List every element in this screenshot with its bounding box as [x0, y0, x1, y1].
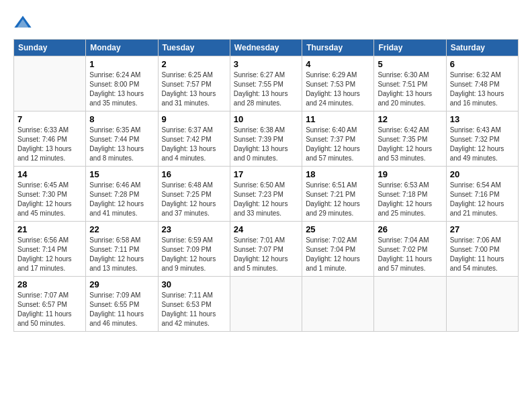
day-number: 29 — [89, 279, 154, 289]
calendar-cell: 30Sunrise: 7:11 AM Sunset: 6:53 PM Dayli… — [158, 277, 230, 332]
day-info: Sunrise: 6:29 AM Sunset: 7:53 PM Dayligh… — [306, 71, 370, 108]
day-number: 25 — [306, 224, 370, 234]
calendar-cell — [14, 56, 86, 111]
calendar-cell: 24Sunrise: 7:01 AM Sunset: 7:07 PM Dayli… — [230, 222, 302, 277]
day-number: 19 — [378, 169, 442, 179]
calendar-cell: 26Sunrise: 7:04 AM Sunset: 7:02 PM Dayli… — [374, 222, 446, 277]
day-number: 5 — [378, 59, 442, 69]
day-info: Sunrise: 6:33 AM Sunset: 7:46 PM Dayligh… — [17, 126, 82, 163]
day-info: Sunrise: 7:11 AM Sunset: 6:53 PM Dayligh… — [162, 291, 226, 328]
calendar-cell: 3Sunrise: 6:27 AM Sunset: 7:55 PM Daylig… — [230, 56, 302, 111]
calendar-week-row: 14Sunrise: 6:45 AM Sunset: 7:30 PM Dayli… — [14, 167, 519, 222]
day-info: Sunrise: 6:50 AM Sunset: 7:23 PM Dayligh… — [234, 181, 298, 218]
calendar-cell: 9Sunrise: 6:37 AM Sunset: 7:42 PM Daylig… — [158, 111, 230, 167]
logo — [13, 13, 34, 32]
day-number: 14 — [17, 169, 82, 179]
weekday-header: Sunday — [14, 40, 86, 56]
calendar-cell: 8Sunrise: 6:35 AM Sunset: 7:44 PM Daylig… — [86, 111, 158, 167]
day-number: 3 — [234, 59, 298, 69]
calendar-cell: 15Sunrise: 6:46 AM Sunset: 7:28 PM Dayli… — [86, 167, 158, 222]
day-number: 15 — [89, 169, 154, 179]
calendar-week-row: 28Sunrise: 7:07 AM Sunset: 6:57 PM Dayli… — [14, 277, 519, 332]
calendar-cell: 19Sunrise: 6:53 AM Sunset: 7:18 PM Dayli… — [374, 167, 446, 222]
calendar-cell — [302, 277, 374, 332]
calendar-cell — [230, 277, 302, 332]
day-number: 1 — [89, 59, 154, 69]
day-number: 8 — [89, 114, 154, 124]
calendar-cell: 1Sunrise: 6:24 AM Sunset: 8:00 PM Daylig… — [86, 56, 158, 111]
calendar-cell — [446, 277, 518, 332]
day-info: Sunrise: 6:40 AM Sunset: 7:37 PM Dayligh… — [306, 126, 370, 163]
weekday-header: Monday — [86, 40, 158, 56]
calendar-cell: 23Sunrise: 6:59 AM Sunset: 7:09 PM Dayli… — [158, 222, 230, 277]
day-number: 26 — [378, 224, 442, 234]
calendar-cell: 27Sunrise: 7:06 AM Sunset: 7:00 PM Dayli… — [446, 222, 518, 277]
day-number: 27 — [450, 224, 515, 234]
day-number: 4 — [306, 59, 370, 69]
calendar-cell: 7Sunrise: 6:33 AM Sunset: 7:46 PM Daylig… — [14, 111, 86, 167]
calendar-week-row: 7Sunrise: 6:33 AM Sunset: 7:46 PM Daylig… — [14, 111, 519, 167]
calendar-cell: 10Sunrise: 6:38 AM Sunset: 7:39 PM Dayli… — [230, 111, 302, 167]
day-info: Sunrise: 6:38 AM Sunset: 7:39 PM Dayligh… — [234, 126, 298, 163]
calendar-cell: 20Sunrise: 6:54 AM Sunset: 7:16 PM Dayli… — [446, 167, 518, 222]
day-number: 23 — [162, 224, 226, 234]
calendar-cell: 22Sunrise: 6:58 AM Sunset: 7:11 PM Dayli… — [86, 222, 158, 277]
day-number: 12 — [378, 114, 442, 124]
day-info: Sunrise: 7:06 AM Sunset: 7:00 PM Dayligh… — [450, 236, 515, 273]
weekday-header: Saturday — [446, 40, 518, 56]
calendar-table: SundayMondayTuesdayWednesdayThursdayFrid… — [13, 39, 519, 332]
calendar-cell: 28Sunrise: 7:07 AM Sunset: 6:57 PM Dayli… — [14, 277, 86, 332]
day-info: Sunrise: 6:32 AM Sunset: 7:48 PM Dayligh… — [450, 71, 515, 108]
day-number: 13 — [450, 114, 515, 124]
day-info: Sunrise: 6:58 AM Sunset: 7:11 PM Dayligh… — [89, 236, 154, 273]
day-info: Sunrise: 6:35 AM Sunset: 7:44 PM Dayligh… — [89, 126, 154, 163]
calendar-cell: 25Sunrise: 7:02 AM Sunset: 7:04 PM Dayli… — [302, 222, 374, 277]
day-info: Sunrise: 6:54 AM Sunset: 7:16 PM Dayligh… — [450, 181, 515, 218]
day-number: 6 — [450, 59, 515, 69]
logo-icon — [13, 13, 32, 32]
weekday-header: Tuesday — [158, 40, 230, 56]
calendar-cell: 18Sunrise: 6:51 AM Sunset: 7:21 PM Dayli… — [302, 167, 374, 222]
day-info: Sunrise: 6:30 AM Sunset: 7:51 PM Dayligh… — [378, 71, 442, 108]
day-info: Sunrise: 7:04 AM Sunset: 7:02 PM Dayligh… — [378, 236, 442, 273]
day-info: Sunrise: 6:45 AM Sunset: 7:30 PM Dayligh… — [17, 181, 82, 218]
weekday-header: Wednesday — [230, 40, 302, 56]
calendar-cell: 21Sunrise: 6:56 AM Sunset: 7:14 PM Dayli… — [14, 222, 86, 277]
calendar-cell: 16Sunrise: 6:48 AM Sunset: 7:25 PM Dayli… — [158, 167, 230, 222]
day-number: 28 — [17, 279, 82, 289]
day-info: Sunrise: 6:37 AM Sunset: 7:42 PM Dayligh… — [162, 126, 226, 163]
calendar-header-row: SundayMondayTuesdayWednesdayThursdayFrid… — [14, 40, 519, 56]
day-number: 10 — [234, 114, 298, 124]
day-number: 18 — [306, 169, 370, 179]
day-number: 22 — [89, 224, 154, 234]
day-number: 21 — [17, 224, 82, 234]
calendar-cell — [374, 277, 446, 332]
calendar-cell: 4Sunrise: 6:29 AM Sunset: 7:53 PM Daylig… — [302, 56, 374, 111]
day-info: Sunrise: 6:24 AM Sunset: 8:00 PM Dayligh… — [89, 71, 154, 108]
weekday-header: Friday — [374, 40, 446, 56]
day-number: 24 — [234, 224, 298, 234]
calendar-week-row: 21Sunrise: 6:56 AM Sunset: 7:14 PM Dayli… — [14, 222, 519, 277]
day-number: 9 — [162, 114, 226, 124]
calendar-cell: 14Sunrise: 6:45 AM Sunset: 7:30 PM Dayli… — [14, 167, 86, 222]
day-info: Sunrise: 7:02 AM Sunset: 7:04 PM Dayligh… — [306, 236, 370, 273]
day-info: Sunrise: 6:56 AM Sunset: 7:14 PM Dayligh… — [17, 236, 82, 273]
day-info: Sunrise: 6:48 AM Sunset: 7:25 PM Dayligh… — [162, 181, 226, 218]
day-info: Sunrise: 7:09 AM Sunset: 6:55 PM Dayligh… — [89, 291, 154, 328]
calendar-cell: 6Sunrise: 6:32 AM Sunset: 7:48 PM Daylig… — [446, 56, 518, 111]
day-info: Sunrise: 6:46 AM Sunset: 7:28 PM Dayligh… — [89, 181, 154, 218]
calendar-cell: 12Sunrise: 6:42 AM Sunset: 7:35 PM Dayli… — [374, 111, 446, 167]
day-number: 7 — [17, 114, 82, 124]
day-info: Sunrise: 6:43 AM Sunset: 7:32 PM Dayligh… — [450, 126, 515, 163]
day-info: Sunrise: 6:25 AM Sunset: 7:57 PM Dayligh… — [162, 71, 226, 108]
calendar-cell: 2Sunrise: 6:25 AM Sunset: 7:57 PM Daylig… — [158, 56, 230, 111]
calendar-cell: 17Sunrise: 6:50 AM Sunset: 7:23 PM Dayli… — [230, 167, 302, 222]
day-number: 30 — [162, 279, 226, 289]
day-info: Sunrise: 6:59 AM Sunset: 7:09 PM Dayligh… — [162, 236, 226, 273]
day-info: Sunrise: 6:42 AM Sunset: 7:35 PM Dayligh… — [378, 126, 442, 163]
calendar-cell: 29Sunrise: 7:09 AM Sunset: 6:55 PM Dayli… — [86, 277, 158, 332]
day-number: 2 — [162, 59, 226, 69]
day-number: 16 — [162, 169, 226, 179]
calendar-week-row: 1Sunrise: 6:24 AM Sunset: 8:00 PM Daylig… — [14, 56, 519, 111]
day-info: Sunrise: 7:01 AM Sunset: 7:07 PM Dayligh… — [234, 236, 298, 273]
